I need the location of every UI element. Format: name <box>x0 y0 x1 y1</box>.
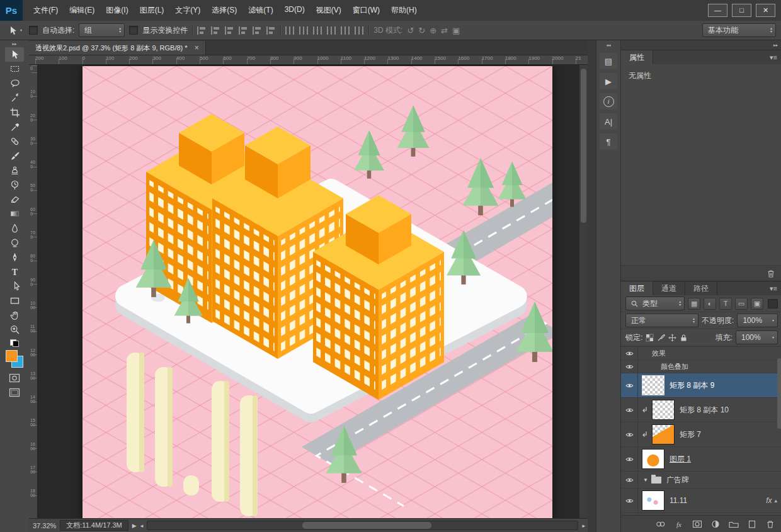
panel-menu-icon[interactable]: ▾≡ <box>770 54 781 62</box>
align-vertical-centers-button[interactable] <box>253 26 262 35</box>
layer-group-row[interactable]: ▼ 广告牌 <box>621 472 781 489</box>
actions-panel-icon[interactable]: ▶ <box>600 73 617 89</box>
layer-name[interactable]: 矩形 8 副本 9 <box>670 380 714 391</box>
character-panel-icon[interactable]: A| <box>600 113 617 130</box>
tool-preset-picker[interactable]: ▾ <box>5 25 25 36</box>
visibility-cell[interactable] <box>621 447 638 471</box>
menu-item[interactable]: 文字(Y) <box>169 3 206 18</box>
layer-thumbnail[interactable] <box>652 424 675 444</box>
tab-close-icon[interactable]: × <box>195 43 199 52</box>
menu-item[interactable]: 选择(S) <box>206 3 242 18</box>
layer-thumbnail[interactable] <box>642 375 664 395</box>
layer-name[interactable]: 11.11 <box>670 496 687 505</box>
fill-dropdown[interactable]: 100% ▾ <box>736 331 778 344</box>
lock-all-icon[interactable] <box>680 334 688 342</box>
minimize-button[interactable]: — <box>708 4 727 17</box>
filter-shape-layers-icon[interactable]: ▭ <box>735 298 748 310</box>
trash-icon[interactable] <box>765 269 777 278</box>
visibility-cell[interactable] <box>621 489 638 512</box>
default-colors-icon[interactable] <box>10 339 19 347</box>
adjustment-layer-icon[interactable] <box>710 519 721 529</box>
panel-menu-icon[interactable]: ▾≡ <box>770 285 781 293</box>
filter-toggle-switch[interactable] <box>768 299 778 308</box>
visibility-cell[interactable] <box>621 472 638 488</box>
new-layer-icon[interactable] <box>746 519 758 529</box>
rectangular-marquee-tool[interactable] <box>5 62 24 76</box>
lasso-tool[interactable] <box>5 76 24 91</box>
canvas-viewport[interactable] <box>38 65 579 518</box>
blur-tool[interactable] <box>5 221 24 235</box>
3d-scale-icon[interactable]: ▣ <box>452 26 460 35</box>
scroll-left-icon[interactable]: ◂ <box>140 523 144 529</box>
align-top-edges-button[interactable] <box>239 26 248 35</box>
align-right-edges-button[interactable] <box>225 26 234 35</box>
tab-channels[interactable]: 通道 <box>653 281 685 295</box>
layer-name[interactable]: 图层 1 <box>670 454 691 465</box>
move-tool[interactable] <box>5 47 24 62</box>
layer-effects-row[interactable]: 效果 <box>621 347 781 360</box>
paragraph-panel-icon[interactable]: ¶ <box>600 133 617 150</box>
layer-row[interactable]: 图层 1 <box>621 447 781 472</box>
filter-adjustment-layers-icon[interactable]: ◐ <box>704 298 716 310</box>
layer-name[interactable]: 矩形 7 <box>680 429 701 440</box>
visibility-cell[interactable] <box>621 422 638 446</box>
horizontal-scrollbar-thumb[interactable] <box>302 522 431 529</box>
auto-select-target-dropdown[interactable]: 组 ▴▾ <box>79 23 125 37</box>
group-name[interactable]: 广告牌 <box>666 475 689 485</box>
tab-layers[interactable]: 图层 <box>621 281 653 295</box>
screen-mode-button[interactable] <box>5 385 24 400</box>
distribute-bottom-edges-button[interactable] <box>313 26 322 35</box>
3d-rotate-icon[interactable]: ↺ <box>407 26 414 35</box>
pen-tool[interactable] <box>5 250 24 264</box>
visibility-cell[interactable] <box>621 347 638 359</box>
gradient-tool[interactable] <box>5 207 24 221</box>
menu-item[interactable]: 文件(F) <box>28 3 64 18</box>
visibility-cell[interactable] <box>621 373 638 397</box>
filter-kind-dropdown[interactable]: 类型 ▴▾ <box>625 297 685 310</box>
vertical-ruler[interactable]: 0100200300400500600700800900100011001200… <box>29 65 38 518</box>
layer-row-selected[interactable]: 矩形 8 副本 9 <box>621 373 781 398</box>
history-panel-icon[interactable]: ▤ <box>600 53 617 69</box>
layer-thumbnail[interactable] <box>652 400 675 420</box>
distribute-top-edges-button[interactable] <box>285 26 295 35</box>
collapse-panels-icon[interactable]: ▸▸ <box>773 43 778 48</box>
scroll-right-icon[interactable]: ▸ <box>582 523 585 529</box>
disclosure-triangle-icon[interactable]: ▼ <box>643 477 648 483</box>
close-button[interactable]: ✕ <box>756 4 775 17</box>
opacity-dropdown[interactable]: 100% ▾ <box>737 314 778 327</box>
vertical-scrollbar[interactable] <box>579 65 588 518</box>
blend-mode-dropdown[interactable]: 正常 ▴▾ <box>625 314 698 327</box>
visibility-cell[interactable] <box>621 360 638 373</box>
layers-scrollbar-thumb[interactable] <box>777 358 781 429</box>
spot-healing-brush-tool[interactable] <box>5 134 24 149</box>
visibility-cell[interactable] <box>621 398 638 422</box>
foreground-color-swatch[interactable] <box>6 350 18 362</box>
quick-mask-button[interactable] <box>5 371 24 385</box>
hand-tool[interactable] <box>5 308 24 322</box>
clone-stamp-tool[interactable] <box>5 163 24 178</box>
auto-select-checkbox[interactable] <box>29 26 38 35</box>
fx-collapse-icon[interactable]: ▴ <box>774 497 781 504</box>
tab-paths[interactable]: 路径 <box>685 281 717 295</box>
3d-drag-icon[interactable]: ⊕ <box>430 26 436 35</box>
lock-position-icon[interactable] <box>668 334 676 342</box>
menu-item[interactable]: 帮助(H) <box>385 3 423 18</box>
workspace-switcher[interactable]: 基本功能 ▴▾ <box>702 23 776 37</box>
fx-badge[interactable]: fx <box>766 496 774 505</box>
filter-pixel-layers-icon[interactable]: ▦ <box>688 298 700 310</box>
distribute-right-edges-button[interactable] <box>355 26 364 35</box>
info-panel-icon[interactable]: i <box>600 93 617 110</box>
distribute-left-edges-button[interactable] <box>327 26 336 35</box>
type-tool[interactable]: T <box>5 264 24 279</box>
menu-item[interactable]: 窗口(W) <box>347 3 385 18</box>
rectangle-tool[interactable] <box>5 293 24 308</box>
visibility-cell[interactable] <box>621 513 638 515</box>
maximize-button[interactable]: □ <box>732 4 751 17</box>
layer-style-icon[interactable]: fx <box>673 519 685 529</box>
tab-properties[interactable]: 属性 <box>621 50 653 64</box>
zoom-level[interactable]: 37.32% <box>33 522 56 529</box>
layer-thumbnail[interactable] <box>642 490 664 511</box>
link-layers-icon[interactable] <box>655 519 666 529</box>
align-horizontal-centers-button[interactable] <box>211 26 220 35</box>
lock-pixels-icon[interactable] <box>657 334 665 342</box>
